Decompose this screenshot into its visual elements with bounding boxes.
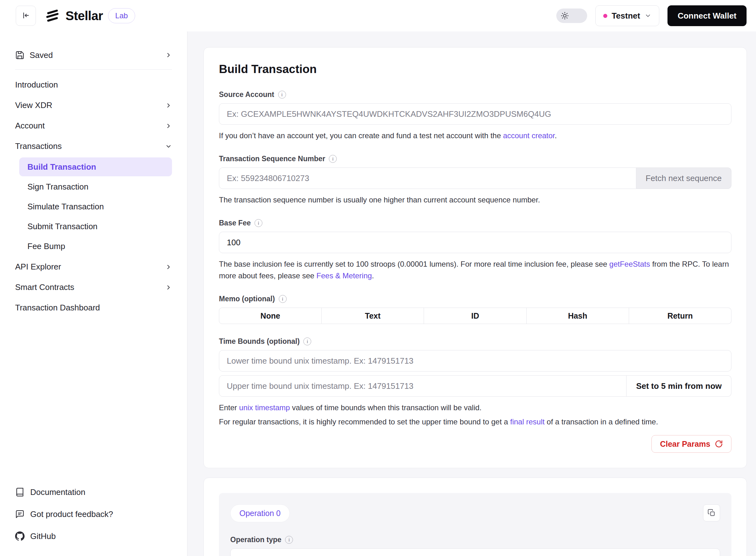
info-icon[interactable]: i (303, 338, 311, 345)
fetch-next-sequence-button[interactable]: Fetch next sequence (636, 168, 731, 189)
base-fee-input[interactable] (219, 232, 731, 253)
memo-tab-return[interactable]: Return (629, 308, 731, 324)
memo-field: Memo (optional) i None Text ID Hash Retu… (219, 295, 731, 324)
refresh-icon (715, 440, 723, 448)
clear-params-button[interactable]: Clear Params (651, 435, 731, 453)
collapse-sidebar-icon (22, 11, 30, 21)
sidebar-item-simulate-transaction[interactable]: Simulate Transaction (19, 197, 172, 216)
sidebar-item-fee-bump[interactable]: Fee Bump (19, 237, 172, 256)
main-content: Build Transaction Source Account i If yo… (188, 32, 756, 556)
source-account-input[interactable] (219, 103, 731, 125)
sidebar-item-transaction-dashboard[interactable]: Transaction Dashboard (15, 298, 172, 318)
brand[interactable]: Stellar Lab (44, 7, 135, 24)
sidebar-item-api-explorer[interactable]: API Explorer (15, 256, 172, 277)
chevron-right-icon (165, 102, 172, 109)
build-transaction-card: Build Transaction Source Account i If yo… (203, 47, 747, 468)
time-bounds-label: Time Bounds (optional) (219, 337, 300, 346)
help-text: Enter (219, 403, 239, 412)
unix-timestamp-link[interactable]: unix timestamp (239, 403, 290, 412)
duplicate-operation-button[interactable] (703, 505, 720, 521)
saved-label: Saved (30, 50, 53, 60)
operations-card: Operation 0 Operation type i ✕ (203, 478, 747, 556)
collapse-sidebar-button[interactable] (16, 6, 36, 26)
help-text: of a transaction in a defined time. (545, 417, 658, 426)
chevron-right-icon (165, 123, 172, 129)
footer-label: GitHub (30, 531, 56, 541)
footer-label: Got product feedback? (30, 510, 113, 519)
final-result-link[interactable]: final result (510, 417, 545, 426)
help-text: values of time bounds when this transact… (290, 403, 481, 412)
copy-icon (708, 509, 716, 517)
network-status-dot (603, 14, 607, 18)
operation-type-select-box: ✕ (230, 549, 720, 556)
sidebar-item-view-xdr[interactable]: View XDR (15, 95, 172, 115)
sidebar-footer: Documentation Got product feedback? GitH… (15, 481, 172, 547)
app-header: Stellar Lab Testnet Connect Wallet (0, 0, 756, 32)
nav-label: Smart Contracts (15, 282, 74, 292)
sidebar-item-transactions[interactable]: Transactions (15, 136, 172, 157)
help-text: . (372, 271, 374, 280)
sidebar-item-submit-transaction[interactable]: Submit Transaction (19, 217, 172, 236)
sidebar-item-feedback[interactable]: Got product feedback? (15, 503, 172, 525)
base-fee-help: The base inclusion fee is currently set … (219, 258, 731, 281)
footer-label: Documentation (30, 487, 85, 497)
sidebar-item-documentation[interactable]: Documentation (15, 481, 172, 503)
chevron-down-icon (645, 12, 651, 19)
source-account-field: Source Account i If you don’t have an ac… (219, 90, 731, 141)
help-text: If you don’t have an account yet, you ca… (219, 131, 503, 140)
theme-toggle[interactable] (556, 8, 587, 23)
info-icon[interactable]: i (329, 155, 337, 163)
fees-metering-link[interactable]: Fees & Metering (317, 271, 372, 280)
upper-time-bound-input[interactable] (219, 375, 627, 397)
base-fee-label: Base Fee (219, 219, 251, 227)
memo-tab-hash[interactable]: Hash (527, 308, 629, 324)
sidebar: Saved Introduction View XDR Account Tran… (0, 32, 188, 556)
nav-label: Account (15, 121, 45, 131)
sidebar-item-build-transaction[interactable]: Build Transaction (19, 158, 172, 176)
header-right: Testnet Connect Wallet (556, 5, 747, 26)
info-icon[interactable]: i (279, 295, 287, 303)
sequence-number-input[interactable] (219, 168, 636, 189)
nav-label: View XDR (15, 100, 52, 110)
time-bounds-help-1: Enter unix timestamp values of time boun… (219, 402, 731, 413)
memo-tab-none[interactable]: None (219, 308, 322, 324)
info-icon[interactable]: i (255, 219, 262, 227)
close-icon[interactable]: ✕ (705, 555, 713, 556)
get-fee-stats-link[interactable]: getFeeStats (609, 260, 650, 268)
nav-label: Introduction (15, 80, 58, 90)
sidebar-item-account[interactable]: Account (15, 115, 172, 136)
help-text: . (555, 131, 557, 140)
source-account-help: If you don’t have an account yet, you ca… (219, 130, 731, 141)
nav-label: Transaction Dashboard (15, 303, 100, 313)
sequence-number-label: Transaction Sequence Number (219, 154, 325, 163)
network-label: Testnet (612, 11, 640, 21)
connect-wallet-button[interactable]: Connect Wallet (667, 5, 747, 26)
operation-type-select[interactable] (230, 549, 720, 556)
transactions-submenu: Build Transaction Sign Transaction Simul… (19, 157, 172, 256)
sidebar-item-introduction[interactable]: Introduction (15, 75, 172, 95)
memo-type-segmented-control: None Text ID Hash Return (219, 308, 731, 324)
account-creator-link[interactable]: account creator (503, 131, 555, 140)
page-title: Build Transaction (219, 63, 731, 76)
time-bounds-field: Time Bounds (optional) i Set to 5 min fr… (219, 337, 731, 427)
sidebar-item-github[interactable]: GitHub (15, 525, 172, 547)
memo-tab-id[interactable]: ID (424, 308, 526, 324)
memo-label: Memo (optional) (219, 295, 275, 303)
network-selector[interactable]: Testnet (595, 5, 660, 26)
github-icon (15, 531, 25, 541)
stellar-logo-icon (44, 7, 61, 24)
info-icon[interactable]: i (285, 536, 293, 544)
sidebar-item-saved[interactable]: Saved (15, 45, 172, 65)
chevron-right-icon (165, 284, 172, 291)
sidebar-item-smart-contracts[interactable]: Smart Contracts (15, 277, 172, 298)
nav-label: API Explorer (15, 262, 61, 272)
lower-time-bound-input[interactable] (219, 350, 731, 372)
info-icon[interactable]: i (278, 91, 286, 99)
chevron-down-icon (165, 143, 172, 150)
operation-type-field: Operation type i ✕ (230, 535, 720, 556)
sidebar-item-sign-transaction[interactable]: Sign Transaction (19, 177, 172, 196)
memo-tab-text[interactable]: Text (322, 308, 424, 324)
sun-icon (559, 10, 571, 22)
set-5-min-button[interactable]: Set to 5 min from now (627, 375, 731, 397)
clear-params-label: Clear Params (660, 440, 710, 449)
